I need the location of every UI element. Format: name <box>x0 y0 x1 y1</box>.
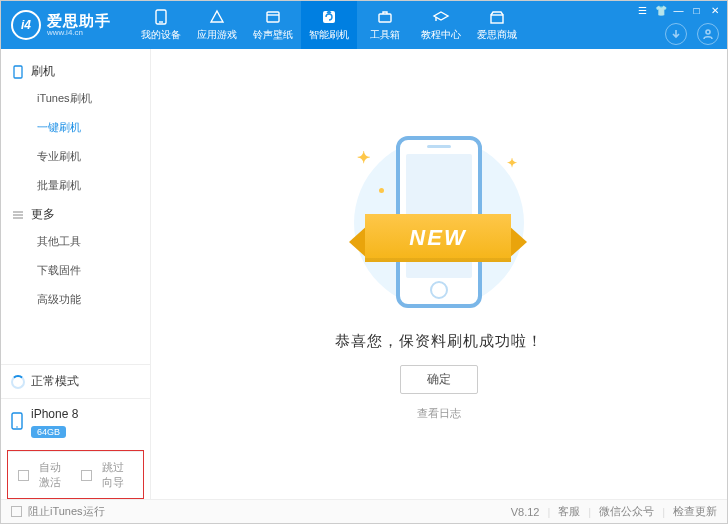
sidebar-item-advanced[interactable]: 高级功能 <box>1 285 150 314</box>
nav-tutorial[interactable]: 教程中心 <box>413 1 469 49</box>
success-message: 恭喜您，保资料刷机成功啦！ <box>335 332 543 351</box>
toolbox-icon <box>376 9 394 25</box>
skin-icon[interactable]: 👕 <box>654 4 667 17</box>
device-mode[interactable]: 正常模式 <box>1 364 150 398</box>
new-ribbon: NEW <box>349 214 527 262</box>
sidebar-section-more: 更多 <box>1 200 150 227</box>
apps-icon <box>208 9 226 25</box>
title-side-actions <box>665 23 719 45</box>
view-log-link[interactable]: 查看日志 <box>417 406 461 421</box>
brand-logo: i4 爱思助手 www.i4.cn <box>11 10 111 40</box>
sidebar-section-flash: 刷机 <box>1 57 150 84</box>
success-illustration: ✦ ✦ NEW <box>339 128 539 318</box>
nav-my-device[interactable]: 我的设备 <box>133 1 189 49</box>
svg-rect-5 <box>491 15 503 23</box>
close-button[interactable]: ✕ <box>708 4 721 17</box>
user-button[interactable] <box>697 23 719 45</box>
version-label: V8.12 <box>511 506 540 518</box>
device-name: iPhone 8 <box>31 407 78 421</box>
brand-name: 爱思助手 <box>47 13 111 29</box>
svg-point-12 <box>16 426 18 428</box>
maximize-button[interactable]: □ <box>690 4 703 17</box>
device-storage-badge: 64GB <box>31 426 66 438</box>
sidebar: 刷机 iTunes刷机 一键刷机 专业刷机 批量刷机 更多 其他工具 下载固件 … <box>1 49 151 499</box>
nav-mall[interactable]: 爱思商城 <box>469 1 525 49</box>
sparkle-icon: ✦ <box>507 156 517 170</box>
menu-icon[interactable]: ☰ <box>636 4 649 17</box>
skip-guide-checkbox[interactable] <box>81 470 92 481</box>
auto-activate-checkbox[interactable] <box>18 470 29 481</box>
sidebar-item-download-firmware[interactable]: 下载固件 <box>1 256 150 285</box>
phone-outline-icon <box>11 65 25 79</box>
spinner-icon <box>11 375 25 389</box>
sidebar-item-onekey-flash[interactable]: 一键刷机 <box>1 113 150 142</box>
device-phone-icon <box>11 412 23 434</box>
graduation-icon <box>432 9 450 25</box>
phone-icon <box>152 9 170 25</box>
app-window: i4 爱思助手 www.i4.cn 我的设备 应用游戏 铃声壁纸 智能刷机 <box>0 0 728 524</box>
wechat-link[interactable]: 微信公众号 <box>599 504 654 519</box>
main-nav: 我的设备 应用游戏 铃声壁纸 智能刷机 工具箱 教程中心 <box>133 1 525 49</box>
statusbar: 阻止iTunes运行 V8.12 | 客服 | 微信公众号 | 检查更新 <box>1 499 727 523</box>
device-info[interactable]: iPhone 8 64GB <box>1 398 150 447</box>
menu-lines-icon <box>11 208 25 222</box>
nav-apps[interactable]: 应用游戏 <box>189 1 245 49</box>
titlebar: i4 爱思助手 www.i4.cn 我的设备 应用游戏 铃声壁纸 智能刷机 <box>1 1 727 49</box>
svg-rect-2 <box>267 12 279 22</box>
update-link[interactable]: 检查更新 <box>673 504 717 519</box>
download-button[interactable] <box>665 23 687 45</box>
support-link[interactable]: 客服 <box>558 504 580 519</box>
brand-site: www.i4.cn <box>47 29 111 37</box>
flash-icon <box>320 9 338 25</box>
nav-ringtones[interactable]: 铃声壁纸 <box>245 1 301 49</box>
dot-icon <box>379 188 384 193</box>
window-controls: ☰ 👕 — □ ✕ <box>636 4 721 17</box>
stop-itunes-label: 阻止iTunes运行 <box>28 504 105 519</box>
shop-icon <box>488 9 506 25</box>
confirm-button[interactable]: 确定 <box>400 365 478 394</box>
sidebar-item-other-tools[interactable]: 其他工具 <box>1 227 150 256</box>
nav-toolbox[interactable]: 工具箱 <box>357 1 413 49</box>
sparkle-icon: ✦ <box>357 148 370 167</box>
content-area: ✦ ✦ NEW 恭喜您，保资料刷机成功啦！ 确定 查看日志 <box>151 49 727 499</box>
sidebar-item-itunes-flash[interactable]: iTunes刷机 <box>1 84 150 113</box>
svg-point-6 <box>706 30 710 34</box>
skip-guide-label: 跳过向导 <box>102 460 134 490</box>
svg-rect-7 <box>14 66 22 78</box>
body: 刷机 iTunes刷机 一键刷机 专业刷机 批量刷机 更多 其他工具 下载固件 … <box>1 49 727 499</box>
music-icon <box>264 9 282 25</box>
logo-badge: i4 <box>11 10 41 40</box>
nav-flash[interactable]: 智能刷机 <box>301 1 357 49</box>
sidebar-item-batch-flash[interactable]: 批量刷机 <box>1 171 150 200</box>
stop-itunes-checkbox[interactable] <box>11 506 22 517</box>
svg-rect-4 <box>379 14 391 22</box>
minimize-button[interactable]: — <box>672 4 685 17</box>
highlight-box: 自动激活 跳过向导 <box>7 450 144 499</box>
auto-activate-label: 自动激活 <box>39 460 71 490</box>
sidebar-item-pro-flash[interactable]: 专业刷机 <box>1 142 150 171</box>
